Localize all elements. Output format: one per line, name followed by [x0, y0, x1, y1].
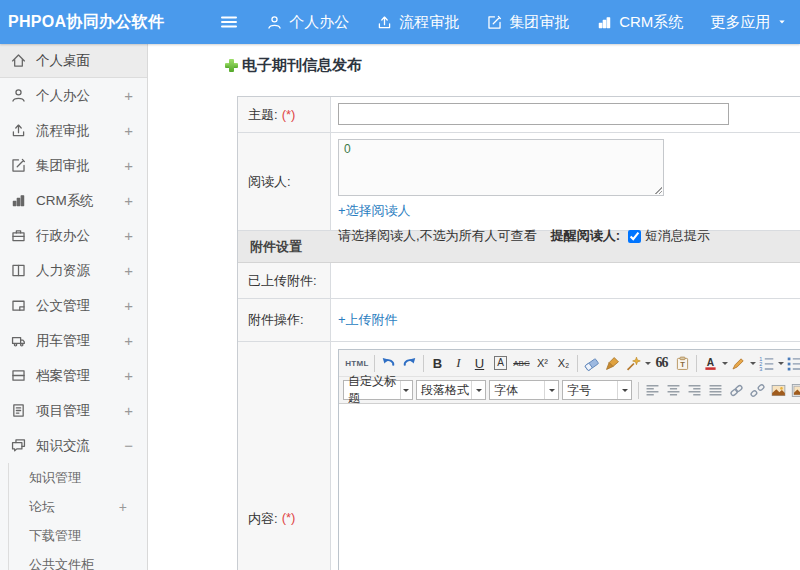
ordered-list-button[interactable]: 123 — [756, 353, 777, 374]
expand-toggle-icon[interactable]: + — [124, 87, 133, 104]
bold-button[interactable]: B — [427, 353, 448, 374]
unlink-button[interactable] — [747, 380, 768, 401]
sidebar-subitem-2[interactable]: 下载管理 — [9, 521, 147, 550]
sidebar-item-4[interactable]: CRM系统+ — [0, 183, 147, 218]
sidebar-item-label: 个人办公 — [36, 87, 90, 105]
sidebar-item-8[interactable]: 用车管理+ — [0, 323, 147, 358]
html-source-button[interactable]: HTML — [343, 353, 371, 374]
page-title-row: 电子期刊信息发布 — [225, 56, 362, 75]
media-button[interactable] — [789, 380, 800, 401]
nav-item-2[interactable]: 集团审批 — [486, 13, 569, 32]
paste-text-icon[interactable]: T — [672, 353, 693, 374]
font-family-select-value: 字体 — [494, 382, 518, 399]
link-button[interactable] — [726, 380, 747, 401]
font-family-select[interactable]: 字体 — [489, 380, 559, 400]
sidebar-item-0[interactable]: 个人桌面 — [0, 44, 147, 78]
subject-row: 主题: (*) — [238, 97, 800, 133]
briefcase-icon — [10, 227, 27, 244]
highlight-color-button[interactable] — [728, 353, 749, 374]
sidebar-item-3[interactable]: 集团审批+ — [0, 148, 147, 183]
toolbar-separator — [696, 355, 697, 372]
expand-toggle-icon[interactable]: + — [124, 157, 133, 174]
truck-icon — [10, 332, 27, 349]
bar-chart-icon — [10, 192, 27, 209]
editor-toolbar-row2: 自定义标题段落格式字体字号 — [339, 377, 800, 404]
expand-toggle-icon[interactable]: − — [124, 437, 133, 454]
sms-remind-label: 短消息提示 — [645, 227, 710, 245]
sidebar-item-9[interactable]: 档案管理+ — [0, 358, 147, 393]
nav-item-3[interactable]: CRM系统 — [596, 13, 683, 32]
select-readers-link[interactable]: +选择阅读人 — [338, 202, 411, 220]
subscript-button[interactable]: X₂ — [553, 353, 574, 374]
align-left-button[interactable] — [642, 380, 663, 401]
add-icon — [225, 59, 238, 72]
workflow-icon — [10, 122, 27, 139]
quick-format-icon[interactable] — [623, 353, 644, 374]
hamburger-icon[interactable] — [214, 8, 244, 36]
resize-grip-icon[interactable] — [653, 185, 662, 194]
expand-toggle-icon[interactable]: + — [124, 122, 133, 139]
sidebar-subitem-1[interactable]: 论坛+ — [9, 492, 147, 521]
sidebar-subitem-label: 公共文件柜 — [29, 556, 94, 570]
nav-item-0[interactable]: 个人办公 — [266, 13, 349, 32]
expand-toggle-icon[interactable]: + — [124, 192, 133, 209]
readers-textarea[interactable]: 0 — [338, 139, 664, 196]
expand-toggle-icon[interactable]: + — [124, 297, 133, 314]
expand-toggle-icon[interactable]: + — [119, 499, 127, 515]
sidebar-item-10[interactable]: 项目管理+ — [0, 393, 147, 428]
sidebar-item-7[interactable]: 公文管理+ — [0, 288, 147, 323]
sidebar-item-11[interactable]: 知识交流− — [0, 428, 147, 463]
format-brush-icon[interactable] — [602, 353, 623, 374]
sidebar-subitem-0[interactable]: 知识管理 — [9, 463, 147, 492]
undo-icon[interactable] — [378, 353, 399, 374]
uploaded-attachments-label: 已上传附件: — [238, 263, 331, 298]
superscript-button[interactable]: X² — [532, 353, 553, 374]
italic-button[interactable]: I — [448, 353, 469, 374]
top-nav: 个人办公流程审批集团审批CRM系统更多应用 — [266, 13, 788, 32]
expand-toggle-icon[interactable]: + — [124, 332, 133, 349]
expand-toggle-icon[interactable]: + — [124, 262, 133, 279]
caret-down-icon — [617, 381, 631, 399]
align-center-button[interactable] — [663, 380, 684, 401]
nav-item-1[interactable]: 流程审批 — [376, 13, 459, 32]
uploaded-attachments-value — [331, 263, 800, 298]
expand-toggle-icon[interactable]: + — [124, 227, 133, 244]
sidebar-item-6[interactable]: 人力资源+ — [0, 253, 147, 288]
nav-item-4[interactable]: 更多应用 — [710, 13, 788, 32]
align-justify-button[interactable] — [705, 380, 726, 401]
uploaded-attachments-row: 已上传附件: — [238, 263, 800, 299]
attachment-ops-label: 附件操作: — [238, 299, 331, 341]
editor-content-area[interactable] — [339, 404, 800, 570]
sidebar-item-2[interactable]: 流程审批+ — [0, 113, 147, 148]
upload-attachment-link[interactable]: +上传附件 — [338, 311, 398, 329]
expand-toggle-icon[interactable]: + — [124, 402, 133, 419]
sidebar-subitem-3[interactable]: 公共文件柜 — [9, 550, 147, 570]
paragraph-select[interactable]: 段落格式 — [416, 380, 486, 400]
eraser-icon[interactable] — [581, 353, 602, 374]
sms-remind-checkbox[interactable] — [628, 230, 641, 243]
font-color-button[interactable]: A — [700, 353, 721, 374]
font-box-button[interactable]: A — [490, 353, 511, 374]
top-header: PHPOA协同办公软件 个人办公流程审批集团审批CRM系统更多应用 — [0, 0, 800, 44]
nav-item-label: 流程审批 — [399, 13, 459, 32]
underline-button[interactable]: U — [469, 353, 490, 374]
bar-chart-icon — [596, 14, 613, 31]
sidebar-item-label: 集团审批 — [36, 157, 90, 175]
unordered-list-button[interactable] — [784, 353, 800, 374]
toolbar-separator — [577, 355, 578, 372]
expand-toggle-icon[interactable]: + — [124, 367, 133, 384]
image-button[interactable] — [768, 380, 789, 401]
heading-select[interactable]: 自定义标题 — [343, 380, 413, 400]
required-mark: (*) — [282, 107, 296, 122]
strikethrough-button[interactable]: ABC — [511, 353, 532, 374]
sidebar-item-1[interactable]: 个人办公+ — [0, 78, 147, 113]
font-size-select[interactable]: 字号 — [562, 380, 632, 400]
page-title: 电子期刊信息发布 — [242, 56, 362, 75]
align-right-button[interactable] — [684, 380, 705, 401]
redo-icon[interactable] — [399, 353, 420, 374]
toolbar-separator — [423, 355, 424, 372]
user-icon — [266, 14, 283, 31]
blockquote-button[interactable]: 66 — [651, 353, 672, 374]
sidebar-item-5[interactable]: 行政办公+ — [0, 218, 147, 253]
subject-input[interactable] — [338, 103, 729, 125]
